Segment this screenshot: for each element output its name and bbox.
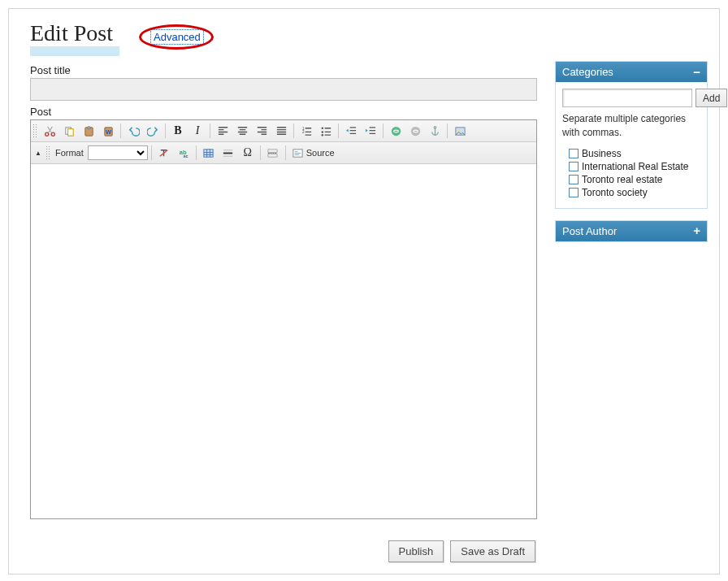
hr-icon[interactable] (219, 145, 237, 161)
page-break-icon[interactable] (264, 145, 282, 161)
align-left-icon[interactable] (214, 123, 232, 139)
category-label: Toronto real estate (582, 174, 662, 185)
source-label: Source (306, 148, 335, 158)
post-title-label: Post title (30, 64, 537, 76)
svg-point-0 (45, 132, 48, 136)
post-author-panel-title: Post Author (562, 225, 617, 237)
list-ul-icon[interactable] (317, 123, 335, 139)
link-icon[interactable] (387, 123, 405, 139)
category-checkbox[interactable] (569, 188, 578, 197)
indent-icon[interactable] (362, 123, 379, 139)
svg-rect-4 (84, 127, 92, 135)
toolbar-separator (120, 124, 121, 138)
svg-rect-20 (204, 149, 213, 156)
toolbar-separator (210, 124, 210, 138)
advanced-link[interactable]: Advanced (150, 29, 204, 45)
svg-point-12 (321, 133, 323, 135)
toolbar-separator (293, 124, 294, 138)
categories-panel: Categories − Add Separate multiple categ… (555, 61, 708, 209)
category-item: Toronto real estate (569, 174, 700, 185)
category-label: Toronto society (582, 187, 648, 198)
paste-icon[interactable] (80, 123, 98, 139)
svg-point-11 (321, 131, 323, 132)
align-right-icon[interactable] (253, 123, 271, 139)
minus-icon[interactable]: − (693, 68, 700, 76)
toolbar-separator (151, 145, 152, 160)
align-center-icon[interactable] (233, 123, 251, 139)
categories-panel-title: Categories (562, 66, 613, 78)
svg-rect-5 (87, 126, 90, 128)
copy-icon[interactable] (60, 123, 78, 139)
toolbar-separator (338, 124, 339, 138)
svg-rect-3 (67, 128, 73, 135)
svg-rect-6 (104, 127, 111, 135)
categories-panel-body: Add Separate multiple categories with co… (556, 82, 707, 208)
list-ol-icon[interactable]: 12 (297, 123, 315, 139)
plus-icon[interactable]: + (693, 227, 700, 235)
svg-point-17 (457, 129, 459, 131)
category-hint: Separate multiple categories with commas… (562, 112, 700, 140)
post-title-input[interactable] (30, 78, 537, 101)
category-checkbox[interactable] (569, 175, 578, 184)
edit-post-frame: Edit Post Advanced Post title Post WBI12… (8, 8, 720, 574)
category-item: Toronto society (569, 187, 700, 198)
format-select[interactable] (88, 145, 148, 160)
toolbar-separator (285, 145, 286, 160)
svg-point-1 (51, 132, 54, 136)
publish-button[interactable]: Publish (388, 540, 444, 562)
category-add-row: Add (562, 89, 700, 107)
editor-toolbar-row-1: WBI12 (31, 120, 536, 142)
left-column: Post title Post WBI12 ▲ Format abacΩSour… (30, 61, 537, 562)
svg-point-14 (410, 126, 419, 135)
format-label: Format (55, 148, 84, 158)
align-justify-icon[interactable] (272, 123, 290, 139)
anchor-icon[interactable] (426, 123, 444, 139)
post-author-panel-header[interactable]: Post Author + (556, 221, 707, 241)
redo-icon[interactable] (144, 123, 162, 139)
outdent-icon[interactable] (342, 123, 360, 139)
categories-panel-header[interactable]: Categories − (556, 62, 707, 82)
category-checkbox[interactable] (569, 162, 578, 171)
svg-text:2: 2 (301, 130, 304, 134)
category-label: International Real Estate (582, 161, 688, 172)
right-column: Categories − Add Separate multiple categ… (555, 61, 708, 562)
unlink-icon[interactable] (406, 123, 424, 139)
toolbar-separator (447, 124, 448, 138)
save-draft-button[interactable]: Save as Draft (450, 540, 535, 562)
svg-point-15 (434, 126, 436, 128)
svg-text:1: 1 (301, 126, 304, 130)
special-char-icon[interactable]: Ω (239, 145, 257, 161)
bold-icon[interactable]: B (169, 123, 187, 139)
toolbar-separator (383, 124, 384, 138)
source-button[interactable]: Source (289, 145, 340, 161)
remove-format-icon[interactable] (155, 145, 173, 161)
header-row: Edit Post Advanced (30, 20, 708, 56)
italic-icon[interactable]: I (188, 123, 206, 139)
category-input[interactable] (562, 89, 692, 107)
paste-word-icon[interactable]: W (99, 123, 117, 139)
cut-icon[interactable] (41, 123, 58, 139)
svg-text:ab: ab (180, 149, 187, 156)
category-label: Business (582, 148, 622, 159)
post-author-panel: Post Author + (555, 220, 708, 242)
toolbar-grip[interactable] (46, 145, 50, 160)
svg-point-10 (321, 127, 323, 128)
page-title: Edit Post (30, 20, 119, 46)
title-block: Edit Post (30, 20, 119, 56)
advanced-link-wrap: Advanced (150, 31, 204, 43)
image-icon[interactable] (451, 123, 469, 139)
add-category-button[interactable]: Add (696, 89, 727, 107)
toolbar-separator (196, 145, 197, 160)
category-list: BusinessInternational Real EstateToronto… (562, 148, 700, 198)
toolbar-grip[interactable] (32, 124, 37, 138)
table-icon[interactable] (200, 145, 218, 161)
svg-rect-16 (455, 127, 464, 134)
category-item: International Real Estate (569, 161, 700, 172)
replace-icon[interactable]: abac (175, 145, 193, 161)
toolbar-collapse-arrow[interactable]: ▲ (32, 150, 44, 157)
editor-content-area[interactable] (31, 164, 536, 518)
undo-icon[interactable] (124, 123, 142, 139)
category-checkbox[interactable] (569, 149, 578, 158)
editor-toolbar-row-2: ▲ Format abacΩSource (31, 142, 536, 164)
svg-text:ac: ac (184, 154, 188, 158)
